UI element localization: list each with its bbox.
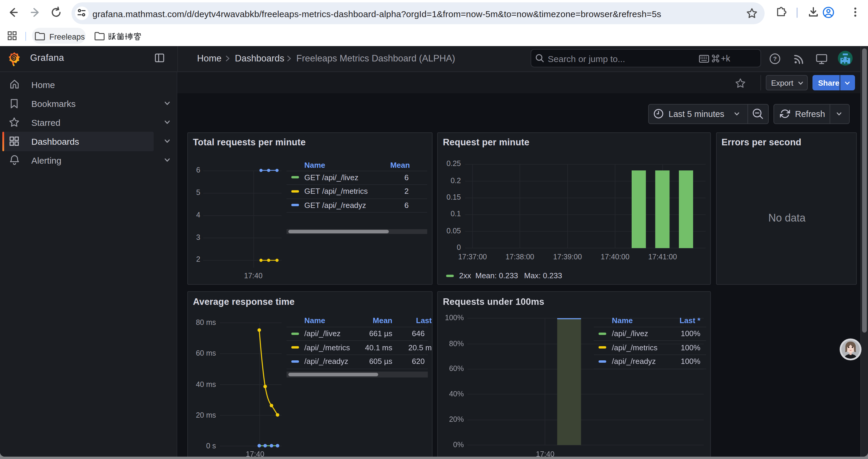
svg-text:?: ? [773, 55, 777, 62]
